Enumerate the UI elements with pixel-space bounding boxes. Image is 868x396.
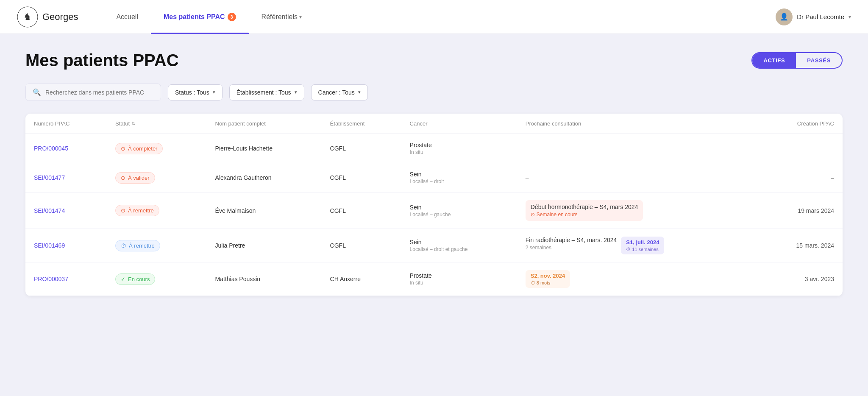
etablissement: CGFL	[322, 192, 401, 229]
user-chevron-icon: ▾	[849, 14, 851, 20]
table-row[interactable]: SEI/001474⊙À remettreÉve MalmaisonCGFLSe…	[25, 192, 843, 229]
ppac-link[interactable]: SEI/001474	[34, 207, 65, 214]
svg-text:♞: ♞	[23, 11, 32, 22]
user-name: Dr Paul Lecomte	[797, 13, 844, 20]
col-nom: Nom patient complet	[207, 114, 322, 134]
patient-name: Pierre-Louis Hachette	[207, 134, 322, 163]
etablissement: CH Auxerre	[322, 262, 401, 296]
nav-patients[interactable]: Mes patients PPAC 3	[151, 0, 249, 34]
ppac-link[interactable]: SEI/001477	[34, 174, 65, 181]
cancer: SeinLocalisé – droit et gauche	[401, 229, 517, 262]
clock-icon-small: ⏱	[531, 280, 535, 285]
cancer: ProstateIn situ	[401, 134, 517, 163]
creation-date: –	[758, 163, 843, 192]
table-row[interactable]: SEI/001477⊙À validerAlexandra GautheronC…	[25, 163, 843, 192]
table-header-row: Numéro PPAC Statut ⇅ Nom patient complet…	[25, 114, 843, 134]
etablissement: CGFL	[322, 163, 401, 192]
filters-row: 🔍 Status : Tous ▾ Établissement : Tous ▾…	[25, 84, 843, 101]
consultation: Fin radiothérapie – S4, mars. 20242 sema…	[517, 229, 758, 262]
navbar: ♞ Georges Accueil Mes patients PPAC 3 Ré…	[0, 0, 868, 34]
cancer: SeinLocalisé – droit	[401, 163, 517, 192]
badge-icon: ⊙	[121, 207, 125, 214]
table-row[interactable]: SEI/001469⏱À remettreJulia PretreCGFLSei…	[25, 229, 843, 262]
col-consultation: Prochaine consultation	[517, 114, 758, 134]
cancer: ProstateIn situ	[401, 262, 517, 296]
badge-icon: ✓	[121, 276, 125, 282]
creation-date: 3 avr. 2023	[758, 262, 843, 296]
status-badge: ⊙À compléter	[115, 143, 163, 154]
search-container[interactable]: 🔍	[25, 84, 161, 101]
clock-icon-small: ⏱	[626, 247, 631, 252]
referentiels-chevron-icon: ▾	[299, 14, 302, 20]
patient-name: Julia Pretre	[207, 229, 322, 262]
clock-icon: ⊙	[531, 212, 535, 218]
consultation: S2, nov. 2024⏱8 mois	[517, 262, 758, 296]
patients-badge: 3	[228, 13, 236, 21]
col-cancer: Cancer	[401, 114, 517, 134]
badge-icon: ⊙	[121, 145, 125, 152]
consultation: –	[517, 134, 758, 163]
nav-referentiels[interactable]: Référentiels ▾	[249, 0, 314, 34]
status-badge: ✓En cours	[115, 273, 155, 285]
badge-icon: ⊙	[121, 175, 125, 181]
main-content: Mes patients PPAC ACTIFS PASSÉS 🔍 Status…	[0, 34, 868, 313]
col-statut[interactable]: Statut ⇅	[107, 114, 206, 134]
creation-date: –	[758, 134, 843, 163]
actifs-toggle[interactable]: ACTIFS	[752, 53, 796, 68]
col-numero: Numéro PPAC	[25, 114, 107, 134]
patients-table: Numéro PPAC Statut ⇅ Nom patient complet…	[25, 114, 843, 296]
status-toggle: ACTIFS PASSÉS	[751, 52, 843, 69]
nav-accueil[interactable]: Accueil	[103, 0, 151, 34]
avatar: 👤	[776, 8, 793, 25]
cancer: SeinLocalisé – gauche	[401, 192, 517, 229]
statut-sort-icon: ⇅	[131, 121, 135, 126]
table-row[interactable]: PRO/000045⊙À compléterPierre-Louis Hache…	[25, 134, 843, 163]
etablissement-filter[interactable]: Établissement : Tous ▾	[229, 84, 304, 100]
status-badge: ⊙À valider	[115, 172, 155, 184]
ppac-link[interactable]: PRO/000037	[34, 276, 68, 282]
creation-date: 19 mars 2024	[758, 192, 843, 229]
cancer-filter[interactable]: Cancer : Tous ▾	[311, 84, 368, 100]
search-icon: 🔍	[33, 88, 41, 96]
search-input[interactable]	[45, 89, 154, 96]
consultation: –	[517, 163, 758, 192]
cancer-chevron-icon: ▾	[358, 89, 361, 95]
creation-date: 15 mars. 2024	[758, 229, 843, 262]
etablissement: CGFL	[322, 134, 401, 163]
badge-icon: ⏱	[121, 243, 126, 249]
patient-name: Alexandra Gautheron	[207, 163, 322, 192]
consultation: Début hormonothérapie – S4, mars 2024⊙Se…	[517, 192, 758, 229]
patient-name: Éve Malmaison	[207, 192, 322, 229]
passes-toggle[interactable]: PASSÉS	[796, 53, 842, 68]
logo-text: Georges	[42, 11, 78, 22]
ppac-link[interactable]: SEI/001469	[34, 242, 65, 249]
etablissement: CGFL	[322, 229, 401, 262]
nav-user[interactable]: 👤 Dr Paul Lecomte ▾	[776, 8, 851, 25]
page-header: Mes patients PPAC ACTIFS PASSÉS	[25, 51, 843, 70]
logo-icon: ♞	[17, 6, 38, 28]
table-row[interactable]: PRO/000037✓En coursMatthias PoussinCH Au…	[25, 262, 843, 296]
nav-links: Accueil Mes patients PPAC 3 Référentiels…	[103, 0, 776, 34]
status-badge: ⏱À remettre	[115, 240, 160, 251]
etablissement-chevron-icon: ▾	[295, 89, 297, 95]
ppac-link[interactable]: PRO/000045	[34, 145, 68, 152]
status-badge: ⊙À remettre	[115, 205, 159, 216]
nav-logo[interactable]: ♞ Georges	[17, 6, 78, 28]
col-creation: Création PPAC	[758, 114, 843, 134]
status-filter[interactable]: Status : Tous ▾	[168, 84, 223, 100]
status-chevron-icon: ▾	[213, 89, 215, 95]
patient-name: Matthias Poussin	[207, 262, 322, 296]
page-title: Mes patients PPAC	[25, 51, 179, 70]
col-etablissement: Établissement	[322, 114, 401, 134]
